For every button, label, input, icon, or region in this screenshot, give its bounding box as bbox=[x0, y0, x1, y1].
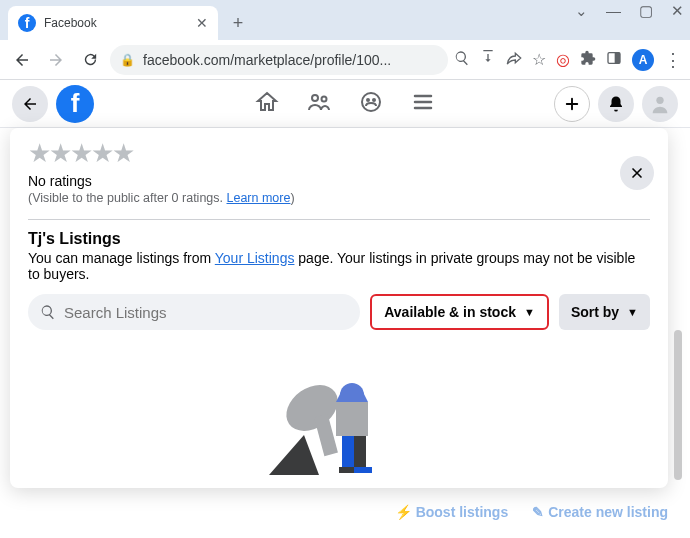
plus-icon bbox=[563, 95, 581, 113]
tab-close-icon[interactable]: ✕ bbox=[196, 15, 208, 31]
sidepanel-icon[interactable] bbox=[606, 50, 622, 70]
boost-icon: ⚡ bbox=[395, 504, 412, 520]
menu-dots-icon[interactable]: ⋮ bbox=[664, 49, 682, 71]
filter-availability-button[interactable]: Available & in stock ▼ bbox=[370, 294, 549, 330]
arrow-right-icon bbox=[47, 51, 65, 69]
your-listings-link[interactable]: Your Listings bbox=[215, 250, 295, 266]
install-icon[interactable] bbox=[480, 50, 496, 70]
svg-rect-17 bbox=[354, 467, 372, 473]
browser-toolbar: 🔒 facebook.com/marketplace/profile/100..… bbox=[0, 40, 690, 80]
sort-label: Sort by bbox=[571, 304, 619, 320]
boost-label: Boost listings bbox=[416, 504, 509, 520]
boost-listings-link[interactable]: ⚡Boost listings bbox=[395, 504, 509, 520]
svg-rect-10 bbox=[314, 414, 338, 456]
empty-state-illustration bbox=[28, 360, 650, 480]
listings-title: Tj's Listings bbox=[28, 230, 650, 248]
sort-by-button[interactable]: Sort by ▼ bbox=[559, 294, 650, 330]
search-listings-input[interactable] bbox=[28, 294, 360, 330]
new-tab-button[interactable]: + bbox=[224, 9, 252, 37]
bell-icon bbox=[607, 95, 625, 113]
svg-rect-12 bbox=[336, 402, 368, 436]
fb-nav-center bbox=[255, 90, 435, 118]
svg-point-7 bbox=[656, 96, 663, 103]
note-prefix: (Visible to the public after 0 ratings. bbox=[28, 191, 227, 205]
caret-down-icon: ▼ bbox=[627, 306, 638, 318]
close-icon bbox=[629, 165, 645, 181]
user-icon bbox=[649, 93, 671, 115]
search-field[interactable] bbox=[64, 304, 348, 321]
friends-icon[interactable] bbox=[307, 90, 331, 118]
tab-title: Facebook bbox=[44, 16, 188, 30]
caret-down-icon: ▼ bbox=[524, 306, 535, 318]
search-icon bbox=[40, 304, 56, 320]
lock-icon: 🔒 bbox=[120, 53, 135, 67]
arrow-left-icon bbox=[13, 51, 31, 69]
close-panel-button[interactable] bbox=[620, 156, 654, 190]
reload-icon bbox=[82, 51, 99, 68]
bottom-actions: ⚡Boost listings ✎Create new listing bbox=[18, 504, 668, 520]
svg-rect-15 bbox=[354, 436, 366, 470]
share-icon[interactable] bbox=[506, 50, 522, 70]
svg-point-5 bbox=[366, 98, 370, 102]
learn-more-link[interactable]: Learn more bbox=[227, 191, 291, 205]
menu-icon[interactable] bbox=[411, 90, 435, 118]
address-bar[interactable]: 🔒 facebook.com/marketplace/profile/100..… bbox=[110, 45, 448, 75]
arrow-left-icon bbox=[21, 95, 39, 113]
bookmark-star-icon[interactable]: ☆ bbox=[532, 50, 546, 69]
reload-button[interactable] bbox=[76, 46, 104, 74]
note-suffix: ) bbox=[290, 191, 294, 205]
close-window-icon[interactable]: ✕ bbox=[671, 2, 684, 20]
facebook-header: f bbox=[0, 80, 690, 128]
svg-point-3 bbox=[322, 96, 327, 101]
window-controls: ⌄ — ▢ ✕ bbox=[575, 2, 684, 20]
rating-stars: ★★★★★ bbox=[28, 138, 650, 169]
minimize-icon[interactable]: — bbox=[606, 2, 621, 20]
desc-prefix: You can manage listings from bbox=[28, 250, 215, 266]
ratings-visibility-note: (Visible to the public after 0 ratings. … bbox=[28, 191, 650, 205]
svg-point-2 bbox=[312, 95, 318, 101]
fb-back-button[interactable] bbox=[12, 86, 48, 122]
facebook-logo[interactable]: f bbox=[56, 85, 94, 123]
create-icon: ✎ bbox=[532, 504, 544, 520]
create-label: Create new listing bbox=[548, 504, 668, 520]
home-icon[interactable] bbox=[255, 90, 279, 118]
record-icon[interactable]: ◎ bbox=[556, 50, 570, 69]
create-button[interactable] bbox=[554, 86, 590, 122]
no-ratings-text: No ratings bbox=[28, 173, 650, 189]
groups-icon[interactable] bbox=[359, 90, 383, 118]
search-icon[interactable] bbox=[454, 50, 470, 70]
profile-panel: ★★★★★ No ratings (Visible to the public … bbox=[10, 128, 668, 488]
filter-label: Available & in stock bbox=[384, 304, 516, 320]
fb-header-right bbox=[554, 86, 678, 122]
profile-avatar[interactable]: A bbox=[632, 49, 654, 71]
notifications-button[interactable] bbox=[598, 86, 634, 122]
listings-desc: You can manage listings from Your Listin… bbox=[28, 250, 650, 282]
svg-rect-1 bbox=[615, 52, 620, 63]
browser-tab-strip: ⌄ — ▢ ✕ f Facebook ✕ + bbox=[0, 0, 690, 40]
chevron-down-icon[interactable]: ⌄ bbox=[575, 2, 588, 20]
divider bbox=[28, 219, 650, 220]
svg-point-6 bbox=[372, 98, 376, 102]
browser-tab[interactable]: f Facebook ✕ bbox=[8, 6, 218, 40]
forward-button[interactable] bbox=[42, 46, 70, 74]
back-button[interactable] bbox=[8, 46, 36, 74]
svg-marker-8 bbox=[269, 435, 319, 475]
maximize-icon[interactable]: ▢ bbox=[639, 2, 653, 20]
listings-controls: Available & in stock ▼ Sort by ▼ bbox=[28, 294, 650, 330]
toolbar-icons: ☆ ◎ A ⋮ bbox=[454, 49, 682, 71]
svg-rect-14 bbox=[342, 436, 354, 470]
create-listing-link[interactable]: ✎Create new listing bbox=[532, 504, 668, 520]
url-text: facebook.com/marketplace/profile/100... bbox=[143, 52, 391, 68]
account-button[interactable] bbox=[642, 86, 678, 122]
extensions-icon[interactable] bbox=[580, 50, 596, 70]
scrollbar[interactable] bbox=[674, 330, 682, 480]
facebook-favicon: f bbox=[18, 14, 36, 32]
